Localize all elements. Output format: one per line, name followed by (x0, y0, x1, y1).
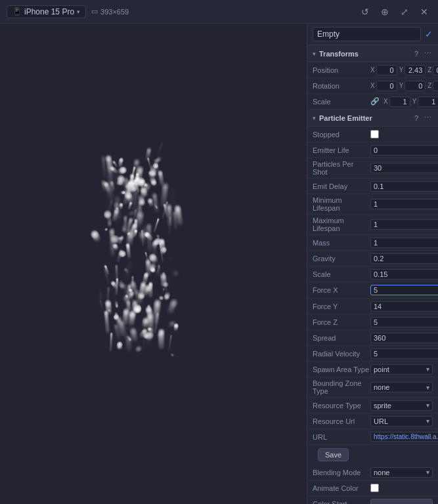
scale-y-input[interactable] (418, 96, 438, 107)
url-input[interactable] (370, 432, 438, 442)
save-button[interactable]: Save (318, 448, 349, 461)
force-x-input[interactable] (370, 285, 438, 295)
transforms-help[interactable]: ? (413, 50, 420, 58)
pos-x-label: X (370, 66, 375, 74)
blending-mode-select[interactable]: none additive subtractive (370, 467, 433, 478)
particles-per-shot-row: Particles Per Shot (307, 158, 438, 178)
emitter-life-input[interactable] (370, 145, 438, 156)
transforms-section-header[interactable]: ▾ Transforms ? ⋯ (307, 45, 438, 62)
stopped-checkbox[interactable] (370, 130, 379, 138)
emitter-help[interactable]: ? (413, 114, 420, 122)
resource-type-select[interactable]: sprite mesh (370, 400, 433, 411)
rot-z-input[interactable] (433, 81, 438, 91)
rotation-label: Rotation (313, 82, 370, 90)
scale-y-label: Y (412, 98, 417, 105)
more-button[interactable]: ✕ (417, 5, 431, 19)
emitter-scale-values (370, 269, 438, 280)
scale-y-group: Y (412, 96, 438, 107)
transforms-title: Transforms (319, 50, 410, 58)
blending-mode-label: Blending Mode (313, 469, 370, 476)
rotation-values: X Y Z (370, 81, 438, 91)
scale-values: 🔗 X Y Z (370, 96, 438, 107)
right-panel: ✓ ▾ Transforms ? ⋯ Position X Y Z (307, 24, 438, 504)
emitter-life-label: Emitter Life (313, 146, 370, 154)
emitter-scale-row: Scale (307, 266, 438, 282)
force-z-label: Force Z (313, 318, 370, 326)
entity-name-input[interactable] (313, 27, 421, 41)
resource-url-select[interactable]: URL Asset (370, 416, 433, 427)
external-button[interactable]: ⤢ (397, 5, 412, 19)
spread-input[interactable] (370, 333, 438, 343)
spawn-area-type-select[interactable]: point sphere box (370, 364, 433, 375)
animate-color-label: Animate Color (313, 484, 370, 492)
rot-y-input[interactable] (405, 81, 426, 91)
gravity-input[interactable] (370, 253, 438, 264)
entity-bar: ✓ (307, 24, 438, 45)
checkmark-icon[interactable]: ✓ (425, 29, 433, 39)
pos-y-group: Y (399, 65, 426, 75)
url-values (370, 432, 438, 442)
scale-transforms-label: Scale (313, 98, 370, 106)
radial-velocity-input[interactable] (370, 348, 438, 359)
spawn-area-type-row: Spawn Area Type point sphere box (307, 362, 438, 377)
force-y-input[interactable] (370, 301, 438, 312)
color-start-values (370, 499, 433, 505)
url-label: URL (313, 433, 370, 441)
position-values: X Y Z (370, 65, 438, 75)
particles-per-shot-input[interactable] (370, 163, 438, 173)
emit-delay-label: Emit Delay (313, 182, 370, 190)
scale-x-input[interactable] (389, 96, 410, 107)
bounding-zone-type-select[interactable]: none sphere box (370, 382, 433, 392)
emitter-scale-input[interactable] (370, 269, 438, 280)
bounding-zone-type-label: Bounding Zone Type (313, 379, 370, 395)
save-btn-container: Save (307, 445, 438, 465)
emitter-arrow: ▾ (313, 115, 316, 121)
color-start-swatch[interactable] (370, 499, 433, 505)
pos-z-label: Z (427, 66, 431, 74)
spread-label: Spread (313, 334, 370, 342)
mass-input[interactable] (370, 238, 438, 248)
max-lifespan-label: Maximum Lifespan (313, 217, 370, 232)
min-lifespan-input[interactable] (370, 199, 438, 209)
bounding-zone-type-row: Bounding Zone Type none sphere box (307, 377, 438, 398)
max-lifespan-input[interactable] (370, 219, 438, 230)
main-area: ✓ ▾ Transforms ? ⋯ Position X Y Z (0, 24, 438, 504)
emit-delay-input[interactable] (370, 181, 438, 192)
force-y-label: Force Y (313, 303, 370, 310)
stopped-values (370, 130, 433, 138)
position-label: Position (313, 66, 370, 74)
stopped-label: Stopped (313, 131, 370, 138)
device-selector[interactable]: 📱 iPhone 15 Pro ▾ (7, 5, 86, 18)
particle-emitter-section-header[interactable]: ▾ Particle Emitter ? ⋯ (307, 110, 438, 127)
min-lifespan-row: Minimum Lifespan (307, 194, 438, 215)
rot-z-group: Z (427, 81, 438, 91)
emitter-more[interactable]: ⋯ (423, 114, 433, 122)
force-z-values (370, 317, 438, 327)
spawn-area-type-label: Spawn Area Type (313, 366, 370, 373)
resource-type-wrapper: sprite mesh (370, 400, 433, 411)
scale-row: Scale 🔗 X Y Z (307, 94, 438, 110)
gravity-label: Gravity (313, 255, 370, 262)
lock-icon[interactable]: 🔗 (370, 97, 380, 106)
force-z-input[interactable] (370, 317, 438, 327)
particles-per-shot-label: Particles Per Shot (313, 160, 370, 176)
emitter-title: Particle Emitter (319, 114, 410, 122)
pos-x-input[interactable] (376, 65, 397, 75)
rot-z-label: Z (427, 82, 431, 89)
spread-values (370, 333, 438, 343)
pos-y-input[interactable] (405, 65, 426, 75)
animate-color-checkbox[interactable] (370, 484, 379, 492)
pos-z-input[interactable] (433, 65, 438, 75)
max-lifespan-row: Maximum Lifespan (307, 215, 438, 235)
particle-canvas (0, 24, 307, 504)
transforms-more[interactable]: ⋯ (423, 49, 433, 58)
max-lifespan-values (370, 219, 438, 230)
stopped-row: Stopped (307, 127, 438, 142)
force-x-label: Force X (313, 286, 370, 294)
rot-x-input[interactable] (376, 81, 397, 91)
rot-y-group: Y (399, 81, 426, 91)
color-start-label: Color Start (313, 500, 370, 505)
refresh-button[interactable]: ↺ (358, 5, 372, 19)
add-button[interactable]: ⊕ (378, 5, 392, 19)
emitter-scale-label: Scale (313, 270, 370, 278)
